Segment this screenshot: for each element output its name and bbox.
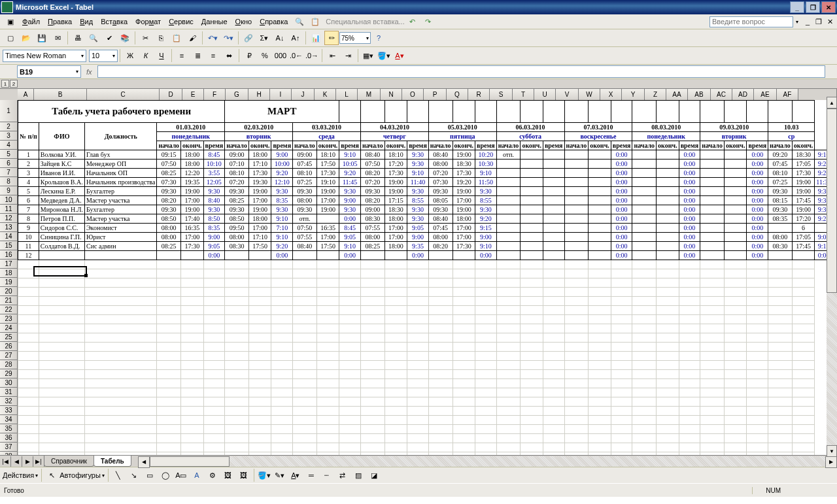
col-header[interactable]: AC	[711, 89, 732, 101]
format-painter-icon[interactable]: 🖌	[185, 31, 199, 45]
hyperlink-icon[interactable]: 🔗	[241, 31, 256, 45]
outline-2[interactable]: 2	[10, 80, 18, 88]
row-header[interactable]: 17	[0, 260, 18, 269]
font-color2-icon[interactable]: A▾	[288, 468, 303, 482]
col-header[interactable]: Z	[645, 89, 666, 101]
row-header[interactable]: 15	[0, 241, 18, 250]
align-left-icon[interactable]: ≡	[175, 48, 189, 63]
col-header[interactable]: L	[336, 89, 358, 101]
col-header[interactable]: AD	[732, 89, 754, 101]
redo-icon[interactable]: ↷▾	[221, 31, 235, 45]
row-header[interactable]: 2	[0, 122, 18, 131]
row-header[interactable]: 23	[0, 314, 18, 324]
paste-icon[interactable]: 📋	[169, 31, 184, 45]
row-header[interactable]: 27	[0, 351, 18, 360]
col-header[interactable]: Y	[622, 89, 645, 101]
row-header[interactable]: 33	[0, 406, 18, 415]
row-header[interactable]: 16	[0, 250, 18, 260]
save-icon[interactable]: 💾	[35, 31, 49, 45]
indent-inc-icon[interactable]: ⇥	[341, 48, 355, 63]
row-header[interactable]: 10	[0, 195, 18, 205]
col-header[interactable]: R	[468, 89, 490, 101]
drawing-icon[interactable]: ✏	[324, 31, 339, 45]
bold-icon[interactable]: Ж	[123, 48, 137, 63]
tab-next-icon[interactable]: ▶	[22, 456, 33, 467]
minimize-button[interactable]: _	[790, 1, 804, 13]
col-header[interactable]: P	[424, 89, 447, 101]
name-box[interactable]: B19	[17, 65, 81, 78]
col-header[interactable]: AE	[754, 89, 777, 101]
italic-icon[interactable]: К	[139, 48, 153, 63]
rect-icon[interactable]: ▭	[143, 468, 157, 482]
horizontal-scrollbar[interactable]: ◀ ▶	[138, 456, 837, 467]
close-button[interactable]: ✕	[821, 1, 836, 13]
row-header[interactable]: 29	[0, 369, 18, 378]
currency-icon[interactable]: ₽	[242, 48, 256, 63]
size-combo[interactable]: 10	[89, 50, 118, 62]
dec-dec-icon[interactable]: .0→	[305, 48, 319, 63]
row-header[interactable]: 4	[0, 141, 18, 150]
font-color-icon[interactable]: A▾	[392, 48, 407, 63]
row-header[interactable]: 26	[0, 342, 18, 351]
scroll-down-icon[interactable]: ▼	[827, 445, 837, 457]
spell-icon[interactable]: ✔	[102, 31, 116, 45]
col-header[interactable]: C	[87, 89, 160, 101]
tab-first-icon[interactable]: |◀	[0, 456, 11, 467]
sort-asc-icon[interactable]: A↓	[273, 31, 287, 45]
col-header[interactable]: J	[292, 89, 315, 101]
row-header[interactable]: 21	[0, 296, 18, 305]
row-header[interactable]: 11	[0, 205, 18, 214]
tab-spravochnik[interactable]: Справочник	[44, 456, 94, 467]
dash-icon[interactable]: ┄	[320, 468, 334, 482]
row-header[interactable]: 7	[0, 168, 18, 177]
clipboard-icon[interactable]: 📋	[308, 14, 322, 29]
mdi-restore[interactable]: ❐	[814, 17, 823, 26]
col-header[interactable]: F	[204, 89, 226, 101]
row-header[interactable]: 12	[0, 214, 18, 223]
diagram-icon[interactable]: ⚙	[205, 468, 220, 482]
row-header[interactable]: 6	[0, 159, 18, 168]
row-header[interactable]: 24	[0, 324, 18, 333]
align-right-icon[interactable]: ≡	[206, 48, 220, 63]
arrow-right-icon[interactable]: ↷	[421, 14, 436, 29]
tab-prev-icon[interactable]: ◀	[11, 456, 22, 467]
col-header[interactable]: E	[182, 89, 204, 101]
mdi-close[interactable]: ✕	[825, 17, 834, 26]
fill-color-icon[interactable]: 🪣▾	[377, 48, 391, 63]
tab-tabel[interactable]: Табель	[94, 456, 131, 467]
menu-data[interactable]: Данные	[201, 18, 228, 25]
row-header[interactable]: 19	[0, 278, 18, 287]
scroll-left-icon[interactable]: ◀	[138, 456, 150, 468]
align-center-icon[interactable]: ≣	[190, 48, 205, 63]
scroll-up-icon[interactable]: ▲	[827, 97, 837, 109]
maximize-button[interactable]: ❐	[806, 1, 820, 13]
hscroll-thumb[interactable]	[150, 456, 230, 467]
row-header[interactable]: 18	[0, 269, 18, 278]
col-header[interactable]: M	[358, 89, 381, 101]
col-header[interactable]: AB	[688, 89, 711, 101]
row-header[interactable]: 30	[0, 378, 18, 388]
mdi-minimize[interactable]: _	[803, 17, 812, 26]
oval-icon[interactable]: ◯	[158, 468, 173, 482]
drawbar-actions[interactable]: Действия	[3, 471, 34, 479]
font-combo[interactable]: Times New Roman	[3, 50, 86, 62]
question-input[interactable]	[709, 16, 793, 27]
underline-icon[interactable]: Ч	[154, 48, 169, 63]
line-color-icon[interactable]: ✎▾	[273, 468, 287, 482]
row-header[interactable]: 37	[0, 443, 18, 452]
3d-icon[interactable]: ◪	[367, 468, 381, 482]
row-header[interactable]: 32	[0, 397, 18, 406]
percent-icon[interactable]: %	[258, 48, 272, 63]
wordart-icon[interactable]: A	[190, 468, 204, 482]
row-header[interactable]: 36	[0, 433, 18, 443]
picture-icon[interactable]: 🖼	[237, 468, 251, 482]
binoculars-icon[interactable]: 🔍	[292, 14, 307, 29]
autosum-icon[interactable]: Σ▾	[257, 31, 271, 45]
line-icon[interactable]: ╲	[111, 468, 126, 482]
col-header[interactable]: U	[534, 89, 556, 101]
row-header[interactable]: 13	[0, 223, 18, 232]
print-icon[interactable]: 🖶	[71, 31, 85, 45]
col-header[interactable]: S	[490, 89, 513, 101]
borders-icon[interactable]: ▦▾	[361, 48, 375, 63]
mail-icon[interactable]: ✉	[50, 31, 65, 45]
